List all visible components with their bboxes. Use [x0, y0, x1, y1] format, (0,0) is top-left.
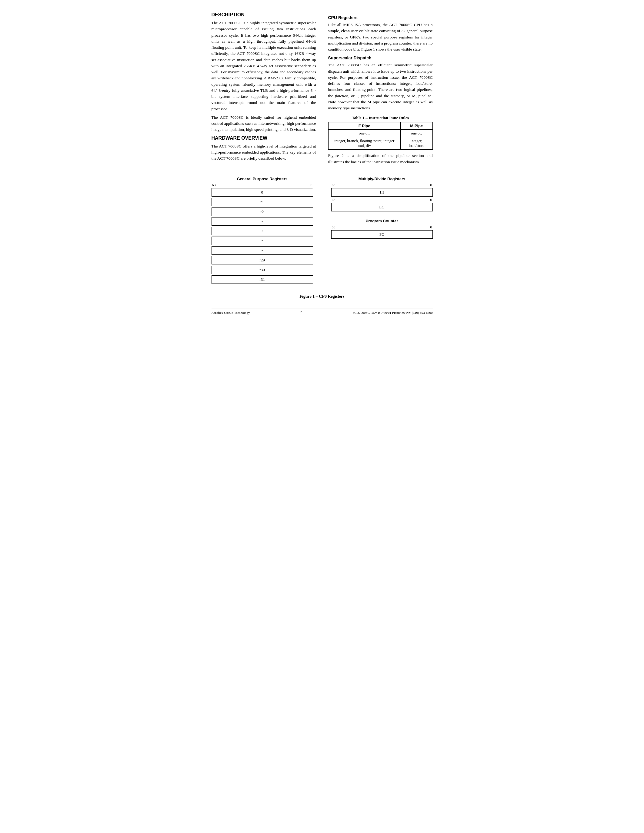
table-cell-f2: integer, branch, floating-point, integer… — [328, 137, 401, 150]
gpr-row-5: • — [211, 236, 313, 245]
gpr-cell-r1: r1 — [211, 198, 313, 206]
right-registers: Multiply/Divide Registers 63 0 HI 63 0 L… — [331, 177, 433, 285]
figures-section: General Purpose Registers 63 0 0 r1 r2 •… — [211, 177, 433, 285]
table-header-fpipe: F Pipe — [328, 122, 401, 130]
table-cell-m1: one of: — [401, 130, 433, 137]
table-row-1: one of: one of: — [328, 130, 433, 137]
lo-register-cell: LO — [331, 203, 433, 211]
gpr-row-3: • — [211, 217, 313, 226]
md-bit-high: 63 — [332, 183, 335, 188]
gpr-row-4: • — [211, 227, 313, 235]
lo-bit-low: 0 — [430, 198, 432, 203]
gpr-row-0: 0 — [211, 188, 313, 196]
gpr-cell-r2: r2 — [211, 207, 313, 216]
hi-register-row: HI — [331, 188, 433, 196]
lo-register-row: LO — [331, 203, 433, 211]
pc-bit-high: 63 — [332, 225, 335, 230]
gpr-cell-r31: r31 — [211, 275, 313, 284]
page-footer: Aeroflex Circuit Technology 2 SCD7000SC … — [211, 308, 433, 314]
description-para2: The ACT 7000SC is ideally suited for hig… — [211, 114, 316, 133]
cpu-registers-heading: CPU Registers — [328, 15, 433, 20]
description-para1: The ACT 7000SC is a highly integrated sy… — [211, 20, 316, 112]
gpr-row-r29: r29 — [211, 256, 313, 264]
gpr-row-r31: r31 — [211, 275, 313, 284]
gpr-row-r30: r30 — [211, 265, 313, 274]
footer-page-number: 2 — [300, 310, 302, 314]
table-row-2: integer, branch, floating-point, integer… — [328, 137, 433, 150]
pc-bit-low: 0 — [430, 225, 432, 230]
gpr-row-6: • — [211, 246, 313, 255]
superscalar-dispatch-heading: Superscalar Dispatch — [328, 55, 433, 60]
cpu-registers-para: Like all MIPS ISA processors, the ACT 70… — [328, 22, 433, 52]
gpr-cell-r29: r29 — [211, 256, 313, 264]
table-cell-m2: integer, load/store — [401, 137, 433, 150]
multiply-divide-title: Multiply/Divide Registers — [331, 177, 433, 181]
right-column: CPU Registers Like all MIPS ISA processo… — [328, 12, 433, 167]
pc-register-row: PC — [331, 230, 433, 239]
lo-bit-high: 63 — [332, 198, 335, 203]
page: DESCRIPTION The ACT 7000SC is a highly i… — [211, 12, 433, 314]
pc-title: Program Counter — [331, 219, 433, 223]
gpr-bit-low: 0 — [311, 183, 312, 188]
figure-caption: Figure 1 – CP0 Registers — [211, 294, 433, 299]
gpr-cell-dot3: • — [211, 236, 313, 245]
instruction-issue-table: F Pipe M Pipe one of: one of: integer, b… — [328, 122, 433, 150]
md-bit-labels: 63 0 — [331, 183, 433, 188]
hardware-overview-heading: HARDWARE OVERVIEW — [211, 135, 316, 141]
description-heading: DESCRIPTION — [211, 12, 316, 18]
pc-register-cell: PC — [331, 230, 433, 239]
gpr-cell-0: 0 — [211, 188, 313, 196]
gpr-figure: General Purpose Registers 63 0 0 r1 r2 •… — [211, 177, 313, 285]
gpr-bit-labels: 63 0 — [211, 183, 313, 188]
hardware-overview-para: The ACT 7000SC offers a high-level of in… — [211, 143, 316, 162]
pc-bit-labels: 63 0 — [331, 225, 433, 230]
hi-register-cell: HI — [331, 188, 433, 196]
footer-right: SCD7000SC REV B 7/30/01 Plainview NY (51… — [353, 311, 433, 314]
gpr-cell-dot2: • — [211, 227, 313, 235]
gpr-row-1: r1 — [211, 198, 313, 206]
two-col-layout: DESCRIPTION The ACT 7000SC is a highly i… — [211, 12, 433, 167]
gpr-cell-r30: r30 — [211, 265, 313, 274]
multiply-divide-figure: Multiply/Divide Registers 63 0 HI 63 0 L… — [331, 177, 433, 211]
gpr-cell-dot1: • — [211, 217, 313, 226]
gpr-title: General Purpose Registers — [211, 177, 313, 181]
gpr-bit-high: 63 — [212, 183, 216, 188]
table-cell-f1: one of: — [328, 130, 401, 137]
md-bit-low: 0 — [430, 183, 432, 188]
superscalar-dispatch-para: The ACT 7000SC has an efficient symmetri… — [328, 62, 433, 111]
lo-bit-labels: 63 0 — [331, 198, 433, 203]
gpr-cell-dot4: • — [211, 246, 313, 255]
table-header-mpipe: M Pipe — [401, 122, 433, 130]
footer-left: Aeroflex Circuit Technology — [211, 311, 250, 314]
figure2-text: Figure 2 is a simplification of the pipe… — [328, 153, 433, 165]
left-column: DESCRIPTION The ACT 7000SC is a highly i… — [211, 12, 316, 167]
program-counter-figure: Program Counter 63 0 PC — [331, 219, 433, 239]
gpr-row-2: r2 — [211, 207, 313, 216]
table-title: Table 1 – Instruction Issue Rules — [328, 116, 433, 120]
